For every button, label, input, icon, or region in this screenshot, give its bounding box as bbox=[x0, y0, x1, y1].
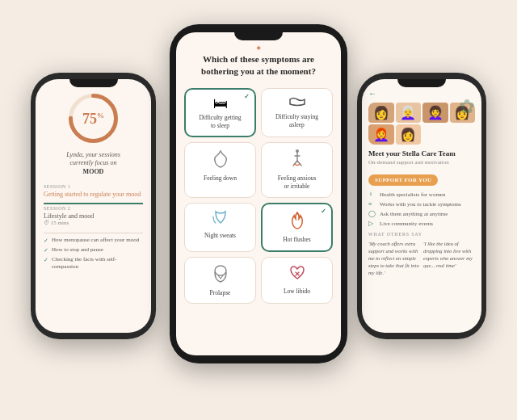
session2-time: ⏱ 15 mins bbox=[44, 220, 94, 226]
notch-left bbox=[69, 79, 118, 87]
checklist-item-1: ✓ How menopause can affect your mood bbox=[44, 237, 139, 244]
feature-item-3: ◯ Ask them anything at anytime bbox=[368, 210, 475, 217]
staying-asleep-icon bbox=[288, 95, 306, 110]
user-message: Lynda, your sessionscurrently focus on M… bbox=[66, 151, 120, 176]
photo-placeholder-1: 👩 bbox=[368, 103, 394, 123]
check-text-1: How menopause can affect your mood bbox=[52, 237, 139, 244]
hot-flushes-icon bbox=[288, 211, 306, 233]
check-icon-2: ✓ bbox=[44, 247, 48, 254]
session2-label: SESSION 2 bbox=[44, 206, 94, 211]
check-text-2: How to stop and pause bbox=[52, 246, 103, 254]
symptom-feeling-down[interactable]: Feeling down bbox=[184, 142, 256, 198]
prolapse-label: Prolapse bbox=[210, 289, 231, 297]
photo-placeholder-6: 👩 bbox=[396, 124, 422, 145]
divider bbox=[44, 233, 143, 233]
feature-icon-3: ◯ bbox=[368, 210, 376, 217]
feature-text-4: Live community events bbox=[380, 220, 433, 227]
phone-center: ✦ Which of these symptoms are bothering … bbox=[170, 24, 347, 363]
anxious-icon bbox=[289, 149, 305, 171]
team-photo-6: 👩 bbox=[396, 124, 422, 145]
sleep-label: Difficulty gettingto sleep bbox=[199, 114, 241, 130]
left-screen: 75% Lynda, your sessionscurrently focus … bbox=[36, 79, 151, 333]
low-libido-label: Low libido bbox=[284, 288, 310, 296]
session1-title: Getting started to regulate your mood bbox=[44, 191, 141, 198]
symptoms-grid: ✓ 🛏 Difficulty gettingto sleep bbox=[184, 88, 333, 304]
session2-block: SESSION 2 Lifestyle and mood ⏱ 15 mins bbox=[44, 206, 94, 226]
flower-decoration: ✿ bbox=[459, 95, 475, 118]
night-sweats-label: Night sweats bbox=[204, 232, 236, 240]
session1-bar bbox=[44, 203, 143, 204]
testimonial-1: 'My coach offers extra support and works… bbox=[368, 240, 420, 276]
low-libido-icon bbox=[288, 264, 306, 284]
team-photo-3: 👩‍🦱 bbox=[422, 103, 448, 123]
feature-icon-2: ≡ bbox=[368, 200, 376, 208]
symptom-anxious[interactable]: Feeling anxiousor irritable bbox=[261, 142, 333, 198]
checklist-item-3: ✓ Checking the facts with self-compassio… bbox=[44, 256, 143, 271]
team-photo-2: 👩‍🦳 bbox=[396, 103, 422, 123]
progress-value: 75% bbox=[82, 110, 104, 127]
testimonials: 'My coach offers extra support and works… bbox=[368, 240, 475, 276]
hot-flushes-label: Hot flushes bbox=[283, 236, 310, 244]
right-content: ← 👩 👩‍🦳 👩‍🦱 👩 👩 bbox=[362, 79, 481, 333]
phone-right: ← 👩 👩‍🦳 👩‍🦱 👩 👩 bbox=[357, 73, 486, 339]
symptom-hot-flushes[interactable]: ✓ Hot flushes bbox=[261, 203, 333, 252]
question-text: Which of these symptoms are bothering yo… bbox=[184, 53, 333, 78]
feature-list: ♀ Health specialists for women ≡ Works w… bbox=[368, 191, 475, 227]
feature-item-2: ≡ Works with you to tackle symptoms bbox=[368, 200, 475, 208]
support-badge: SUPPORT FOR YOU bbox=[368, 174, 438, 186]
staying-asleep-label: Difficulty stayingasleep bbox=[275, 113, 318, 129]
photo-placeholder-3: 👩‍🦱 bbox=[422, 103, 448, 123]
check-icon-3: ✓ bbox=[44, 257, 48, 263]
testimonial-2: 'I like the idea of dropping into live w… bbox=[423, 240, 475, 276]
sleep-icon: 🛏 bbox=[213, 96, 228, 111]
center-content: ✦ Which of these symptoms are bothering … bbox=[176, 32, 341, 355]
feature-text-3: Ask them anything at anytime bbox=[380, 211, 448, 217]
star-decoration: ✦ bbox=[255, 44, 262, 52]
symptom-low-libido[interactable]: Low libido bbox=[261, 257, 333, 304]
feeling-down-label: Feeling down bbox=[204, 174, 237, 183]
team-photo-1: 👩 bbox=[368, 103, 394, 123]
svg-point-2 bbox=[296, 149, 299, 153]
svg-point-3 bbox=[215, 266, 226, 275]
center-screen: ✦ Which of these symptoms are bothering … bbox=[176, 32, 341, 355]
phone-left: 75% Lynda, your sessionscurrently focus … bbox=[31, 73, 156, 339]
night-sweats-icon bbox=[211, 210, 230, 229]
feature-text-1: Health specialists for women bbox=[380, 191, 445, 198]
feature-text-2: Works with you to tackle symptoms bbox=[380, 201, 461, 208]
notch-right bbox=[397, 79, 446, 87]
what-others-label: WHAT OTHERS SAY bbox=[368, 232, 475, 237]
check-icon-1: ✓ bbox=[44, 237, 48, 244]
session1-label: SESSION 1 bbox=[44, 184, 70, 189]
left-content: 75% Lynda, your sessionscurrently focus … bbox=[36, 79, 151, 333]
feeling-down-icon bbox=[212, 149, 229, 171]
check-text-3: Checking the facts with self-compassion bbox=[52, 256, 143, 271]
right-screen: ← 👩 👩‍🦳 👩‍🦱 👩 👩 bbox=[362, 79, 481, 333]
feature-item-1: ♀ Health specialists for women bbox=[368, 191, 475, 198]
notch-center bbox=[234, 32, 283, 40]
symptom-night-sweats[interactable]: Night sweats bbox=[184, 203, 256, 252]
symptom-sleep[interactable]: ✓ 🛏 Difficulty gettingto sleep bbox=[184, 88, 256, 138]
team-photo-5: 👩‍🦰 bbox=[368, 124, 394, 145]
symptom-staying-asleep[interactable]: Difficulty stayingasleep bbox=[261, 88, 333, 138]
prolapse-icon bbox=[212, 264, 229, 286]
check-badge-hot: ✓ bbox=[321, 208, 326, 215]
feature-icon-4: ▷ bbox=[368, 220, 376, 227]
team-title: Meet your Stella Care Team bbox=[368, 149, 475, 158]
photo-placeholder-2: 👩‍🦳 bbox=[396, 103, 422, 123]
session2-title: Lifestyle and mood bbox=[44, 212, 94, 220]
feature-icon-1: ♀ bbox=[368, 191, 376, 198]
team-subtitle: On-demand support and motivation bbox=[368, 159, 475, 166]
anxious-label: Feeling anxiousor irritable bbox=[278, 174, 317, 191]
symptom-prolapse[interactable]: Prolapse bbox=[184, 257, 256, 304]
checklist-item-2: ✓ How to stop and pause bbox=[44, 246, 103, 254]
progress-circle: 75% bbox=[67, 92, 120, 145]
check-badge-sleep: ✓ bbox=[244, 93, 250, 100]
feature-item-4: ▷ Live community events bbox=[368, 220, 475, 227]
photo-placeholder-5: 👩‍🦰 bbox=[368, 124, 394, 145]
phones-container: 75% Lynda, your sessionscurrently focus … bbox=[8, 8, 509, 412]
